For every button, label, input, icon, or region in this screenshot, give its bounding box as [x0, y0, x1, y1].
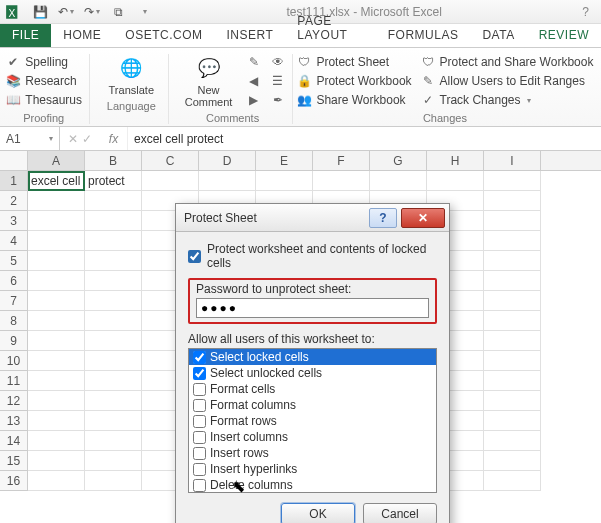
cell[interactable] — [85, 311, 142, 331]
tab-formulas[interactable]: FORMULAS — [376, 24, 471, 47]
row-header[interactable]: 14 — [0, 431, 28, 451]
translate-button[interactable]: 🌐 Translate — [102, 54, 160, 96]
qat-customize-icon[interactable]: ▾ — [134, 3, 154, 21]
cell[interactable] — [484, 451, 541, 471]
cell[interactable] — [28, 411, 85, 431]
col-header-D[interactable]: D — [199, 151, 256, 170]
cell[interactable] — [28, 451, 85, 471]
cell[interactable] — [484, 411, 541, 431]
cell[interactable] — [28, 251, 85, 271]
name-box[interactable]: A1▾ — [0, 127, 60, 150]
permission-item[interactable]: Format rows — [189, 413, 436, 429]
dialog-titlebar[interactable]: Protect Sheet ? ✕ — [176, 204, 449, 232]
col-header-A[interactable]: A — [28, 151, 85, 170]
formula-bar[interactable]: excel cell protect — [128, 127, 601, 150]
cell[interactable] — [28, 391, 85, 411]
cell[interactable] — [484, 271, 541, 291]
protect-contents-checkbox[interactable]: Protect worksheet and contents of locked… — [188, 242, 437, 270]
row-header[interactable]: 8 — [0, 311, 28, 331]
cell[interactable] — [85, 351, 142, 371]
cell[interactable] — [484, 311, 541, 331]
col-header-E[interactable]: E — [256, 151, 313, 170]
thesaurus-button[interactable]: 📖Thesaurus — [5, 92, 82, 108]
select-all-corner[interactable] — [0, 151, 28, 170]
cell[interactable] — [85, 471, 142, 491]
allow-users-button[interactable]: ✎Allow Users to Edit Ranges — [420, 73, 594, 89]
permission-checkbox[interactable] — [193, 431, 206, 444]
permission-checkbox[interactable] — [193, 479, 206, 492]
row-header[interactable]: 4 — [0, 231, 28, 251]
col-header-G[interactable]: G — [370, 151, 427, 170]
permission-item[interactable]: Select locked cells — [189, 349, 436, 365]
cell[interactable] — [28, 331, 85, 351]
tab-review[interactable]: REVIEW — [527, 24, 601, 47]
permission-item[interactable]: Insert rows — [189, 445, 436, 461]
spelling-button[interactable]: ✔Spelling — [5, 54, 82, 70]
cell[interactable] — [484, 231, 541, 251]
row-header[interactable]: 13 — [0, 411, 28, 431]
row-header[interactable]: 6 — [0, 271, 28, 291]
research-button[interactable]: 📚Research — [5, 73, 82, 89]
permission-item[interactable]: Insert hyperlinks — [189, 461, 436, 477]
protect-share-button[interactable]: 🛡Protect and Share Workbook — [420, 54, 594, 70]
permission-checkbox[interactable] — [193, 351, 206, 364]
row-header[interactable]: 1 — [0, 171, 28, 191]
permission-checkbox[interactable] — [193, 367, 206, 380]
protect-contents-input[interactable] — [188, 250, 201, 263]
cell[interactable] — [28, 231, 85, 251]
protect-workbook-button[interactable]: 🔒Protect Workbook — [296, 73, 411, 89]
permissions-list[interactable]: Select locked cellsSelect unlocked cells… — [188, 348, 437, 493]
cell[interactable] — [484, 331, 541, 351]
cell[interactable] — [28, 271, 85, 291]
cell[interactable]: protect — [85, 171, 142, 191]
row-header[interactable]: 11 — [0, 371, 28, 391]
row-header[interactable]: 10 — [0, 351, 28, 371]
col-header-F[interactable]: F — [313, 151, 370, 170]
cell[interactable] — [199, 171, 256, 191]
cell[interactable]: excel cell — [28, 171, 85, 191]
cell[interactable] — [484, 431, 541, 451]
cell[interactable] — [85, 331, 142, 351]
tab-insert[interactable]: INSERT — [215, 24, 286, 47]
cell[interactable] — [484, 291, 541, 311]
row-header[interactable]: 12 — [0, 391, 28, 411]
cell[interactable] — [28, 191, 85, 211]
cell[interactable] — [28, 371, 85, 391]
cell[interactable] — [85, 391, 142, 411]
cell[interactable] — [370, 171, 427, 191]
col-header-C[interactable]: C — [142, 151, 199, 170]
cell[interactable] — [85, 231, 142, 251]
permission-checkbox[interactable] — [193, 447, 206, 460]
permission-item[interactable]: Insert columns — [189, 429, 436, 445]
permission-item[interactable]: Format columns — [189, 397, 436, 413]
cell[interactable] — [484, 171, 541, 191]
cell[interactable] — [85, 291, 142, 311]
excel-icon[interactable]: X — [4, 3, 24, 21]
cell[interactable] — [484, 191, 541, 211]
cell[interactable] — [85, 271, 142, 291]
cell[interactable] — [85, 191, 142, 211]
share-workbook-button[interactable]: 👥Share Workbook — [296, 92, 411, 108]
permission-checkbox[interactable] — [193, 463, 206, 476]
cell[interactable] — [484, 371, 541, 391]
cell[interactable] — [85, 411, 142, 431]
help-icon[interactable]: ? — [574, 5, 597, 19]
tab-pagelayout[interactable]: PAGE LAYOUT — [285, 10, 375, 47]
cell[interactable] — [484, 251, 541, 271]
cell[interactable] — [28, 431, 85, 451]
row-header[interactable]: 15 — [0, 451, 28, 471]
cell[interactable] — [85, 251, 142, 271]
cell[interactable] — [427, 171, 484, 191]
col-header-I[interactable]: I — [484, 151, 541, 170]
cell[interactable] — [28, 211, 85, 231]
permission-item[interactable]: Select unlocked cells — [189, 365, 436, 381]
cell[interactable] — [28, 471, 85, 491]
row-header[interactable]: 16 — [0, 471, 28, 491]
cell[interactable] — [85, 431, 142, 451]
permission-item[interactable]: Format cells — [189, 381, 436, 397]
track-changes-button[interactable]: ✓Track Changes▾ — [420, 92, 594, 108]
permission-item[interactable]: Delete columns — [189, 477, 436, 493]
undo-icon[interactable]: ↶▾ — [56, 3, 76, 21]
cell[interactable] — [28, 291, 85, 311]
cell[interactable] — [85, 211, 142, 231]
